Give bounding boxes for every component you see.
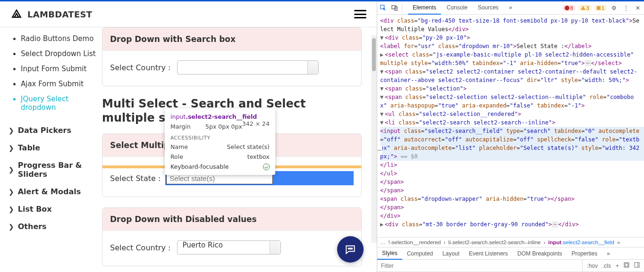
crumb-overflow-right[interactable]: » [617,239,620,245]
sidebar-item-jquery-select[interactable]: JQuery Select dropdown [21,91,96,115]
sidebar-cat-table[interactable]: ❯Table [8,139,96,157]
dom-line[interactable]: ▼<li class="select2-search select2-searc… [380,118,644,127]
sidebar-cat-data-pickers[interactable]: ❯Data Pickers [8,122,96,139]
subtab-layout[interactable]: Layout [438,248,464,259]
crumb-seg[interactable]: li.select2-search.select2-search--inline [449,239,541,245]
dom-line[interactable]: ▼<span class="select2-selection select2-… [380,93,644,110]
tooltip-role-label: Role [170,153,183,160]
dom-line[interactable]: </ul> [380,169,644,178]
caret-down-icon [311,66,315,69]
device-toggle-icon[interactable] [390,4,399,12]
chat-fab-button[interactable] [337,236,364,263]
dom-breadcrumb[interactable]: … !-selection__rendered › li.select2-sea… [377,237,644,247]
dom-line[interactable]: <span class="dropdown-wrapper" aria-hidd… [380,195,644,203]
chevron-right-icon: ❯ [8,144,14,152]
dom-line[interactable]: </li> [380,161,644,169]
sidebar-cat-progress[interactable]: ❯Progress Bar & Sliders [8,157,96,183]
svg-rect-7 [625,264,628,266]
devtools-tab-elements[interactable]: Elements [408,1,441,15]
card-dropdown-search: Drop Down with Search box Select Country… [102,27,362,86]
dom-line[interactable]: <label for="usr" class="dropdown mr-10">… [380,42,644,50]
issue-count-badge[interactable]: 1 [594,5,607,11]
scrollbar-thumb[interactable] [372,38,376,71]
cls-toggle[interactable]: .cls [601,262,612,270]
dom-tree[interactable]: ⋯ <div class="bg-red-450 text-size-18 fo… [377,15,644,237]
subtab-overflow[interactable]: » [602,248,615,259]
svg-point-2 [351,248,352,249]
dom-line[interactable]: ▶<select class="js-example-basic-multipl… [380,50,644,67]
subtab-event-listeners[interactable]: Event Listeners [464,248,513,259]
devtools-tab-overflow[interactable]: » [504,1,517,15]
select-state-label: Select State : [110,174,161,183]
inspect-element-icon[interactable] [379,4,388,12]
close-icon[interactable]: ✕ [634,5,642,11]
dom-line[interactable]: ▼<div class="py-20 px-10"> [380,33,644,42]
dom-line-selected[interactable]: <input class="select2-search__field" typ… [380,127,644,161]
dom-line[interactable]: <div class="bg-red-450 text-size-18 font… [380,16,644,33]
vertical-scrollbar[interactable] [371,35,377,243]
crumb-seg-selected[interactable]: input.select2-search__field [548,239,614,245]
chevron-right-icon: ❯ [8,223,14,231]
devtools-panel: Elements Console Sources » 8 3 1 ⚙ ⋮ ✕ ⋯… [377,1,644,272]
subtab-styles[interactable]: Styles [377,247,402,260]
tooltip-selector-class: .select2-search__field [186,113,257,120]
inspect-tooltip: input.select2-search__field 342 × 24 Mar… [165,108,275,175]
chat-icon [344,243,356,256]
hov-toggle[interactable]: :hov [585,262,599,270]
card-disabled-values: Drop Down with Disabled values Select Co… [102,207,362,266]
svg-point-0 [348,248,349,249]
tooltip-dimensions: 342 × 24 [242,120,270,127]
card-title: Drop Down with Search box [102,28,361,51]
devtools-tab-sources[interactable]: Sources [473,1,503,15]
subtab-properties[interactable]: Properties [567,248,602,259]
subtab-dom-breakpoints[interactable]: DOM Breakpoints [513,248,567,259]
dom-collapse-ellipsis[interactable]: ⋯ [377,146,382,155]
crumb-seg[interactable]: !-selection__rendered [389,239,441,245]
chevron-right-icon: ❯ [8,188,14,196]
select-country-label: Select Country : [110,63,170,72]
subtab-computed[interactable]: Computed [402,248,438,259]
sidebar-cat-listbox[interactable]: ❯List Box [8,200,96,218]
dom-line[interactable]: ▼<ul class="select2-selection__rendered"… [380,110,644,118]
error-count-badge[interactable]: 8 [562,5,576,11]
sidebar-cat-others[interactable]: ❯Others [8,218,96,235]
styles-filter-row: :hov .cls + [377,260,644,272]
dom-line[interactable]: </span> [380,203,644,212]
select-country-label-2: Select Country : [110,243,170,252]
tooltip-name-value: Select state(s) [227,143,270,150]
dom-line[interactable]: </div> [380,212,644,220]
country-disabled-select[interactable]: Puerto Rico [177,240,281,255]
sidebar-toggle-icon[interactable] [633,261,641,270]
tooltip-margin-label: Margin [170,123,191,130]
dom-line[interactable]: ▼<span class="selection"> [380,84,644,93]
sidebar-cat-alert-modals[interactable]: ❯Alert & Modals [8,183,96,200]
computed-panel-icon[interactable] [622,261,631,270]
dom-line[interactable]: ▼<span class="select2 select2-container … [380,67,644,84]
svg-rect-8 [635,263,639,267]
country-select[interactable] [177,60,319,74]
warning-count-badge[interactable]: 3 [578,5,592,11]
gear-icon[interactable]: ⚙ [610,5,619,11]
kebab-menu-icon[interactable]: ⋮ [621,5,631,11]
brand-logo[interactable]: LAMBDATEST [10,8,92,20]
dom-line[interactable]: ▶<div class="mt-30 border border-gray-90… [380,220,644,229]
sidebar-item-input-form[interactable]: Input Form Submit [21,61,96,76]
sidebar-item-select-dropdown[interactable]: Select Dropdown List [21,46,96,61]
styles-filter-input[interactable] [377,260,582,272]
hamburger-menu-icon[interactable] [354,10,366,18]
crumb-overflow-left[interactable]: … [380,239,386,245]
tooltip-keyboard-label: Keyboard-focusable [170,163,229,170]
dom-line[interactable]: </span> [380,178,644,186]
dom-line[interactable]: </span> [380,186,644,195]
caret-down-icon [273,247,277,249]
card-title: Drop Down with Disabled values [102,208,361,231]
new-style-rule-icon[interactable]: + [614,262,620,270]
chevron-right-icon: ❯ [8,166,14,173]
sidebar-item-ajax-form[interactable]: Ajax Form Submit [21,76,96,91]
tooltip-margin-value: 5px 0px 0px [205,123,242,130]
sidebar-item-radio[interactable]: Radio Buttons Demo [21,31,96,46]
devtools-subtabs: Styles Computed Layout Event Listeners D… [377,247,644,260]
devtools-tab-console[interactable]: Console [442,1,472,15]
svg-point-1 [350,248,351,249]
page-header: LAMBDATEST [0,1,377,27]
